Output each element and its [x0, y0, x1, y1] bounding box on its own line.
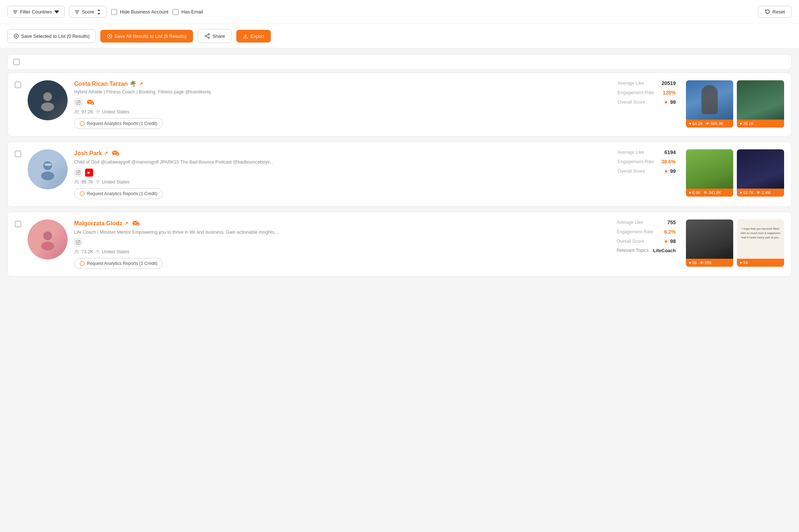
followers-row-tarzan: 97.2K United States: [74, 109, 607, 114]
request-report-button-malgo[interactable]: Request Analytics Reports (1 Credit): [74, 258, 163, 269]
hide-business-checkbox-label[interactable]: Hide Business Account: [111, 9, 168, 15]
has-email-checkbox-label[interactable]: Has Email: [173, 9, 203, 15]
star-icon-tarzan: ★: [664, 99, 668, 105]
share-button[interactable]: Share: [197, 29, 232, 43]
svg-point-21: [79, 101, 80, 101]
reset-button[interactable]: Reset: [758, 6, 792, 18]
request-label-malgo: Request Analytics Reports (1 Credit): [87, 261, 157, 266]
svg-point-25: [97, 111, 98, 112]
has-email-checkbox[interactable]: [173, 9, 178, 15]
followers-icon: [74, 109, 79, 114]
svg-point-30: [41, 172, 54, 180]
svg-rect-34: [76, 170, 80, 175]
influencer-card-tarzan: Costa Rican Tarzan 🌴 ↗ Hybrid Athlete | …: [7, 73, 792, 137]
checkbox-josh[interactable]: [15, 151, 21, 157]
stats-col-tarzan: Average Like 20519 Engagement Rate 128% …: [614, 80, 679, 105]
eng-rate-row-josh: Engagement Rate 38.6%: [618, 159, 676, 165]
followers-count-malgo: 73.2K: [81, 249, 93, 254]
heart-icon-2: ♥: [740, 121, 742, 126]
score-label-malgo: Overall Score: [617, 239, 644, 244]
views-stat-malgo-1: 👁 896: [700, 261, 711, 265]
hide-business-checkbox[interactable]: [111, 9, 117, 15]
score-row-tarzan: Overall Score ★ 99: [618, 99, 676, 105]
external-link-icon-josh: ↗: [104, 150, 108, 156]
bio-tarzan: Hybrid Athlete | Fitness Coach | Booking…: [74, 89, 607, 96]
checkbox-tarzan[interactable]: [15, 82, 21, 88]
card-info-tarzan: Costa Rican Tarzan 🌴 ↗ Hybrid Athlete | …: [74, 80, 607, 129]
instagram-icon-malgo[interactable]: [74, 238, 82, 246]
export-button[interactable]: Export: [236, 30, 271, 43]
views-stat-josh-1: 👁 341.6K: [703, 190, 721, 195]
post-image-tarzan-1[interactable]: ♥ 64.2K 👁 608.3K: [686, 80, 733, 128]
heart-icon-josh-1: ♥: [689, 190, 691, 195]
score-label-tarzan: Overall Score: [618, 100, 645, 105]
ig-svg-josh: [76, 170, 81, 175]
card-checkbox-malgo[interactable]: [15, 221, 21, 228]
card-checkbox-tarzan[interactable]: [15, 82, 21, 89]
score-button[interactable]: Score: [69, 6, 107, 18]
heart-icon: ♥: [689, 121, 691, 126]
instagram-icon-josh[interactable]: [74, 169, 82, 177]
followers-icon-malgo: [74, 249, 79, 254]
views-value-malgo-1: 896: [705, 261, 711, 265]
topics-value-malgo: LifeCoach: [653, 248, 676, 253]
eng-rate-label-josh: Engagement Rate: [618, 159, 654, 164]
post-image-josh-1[interactable]: ♥ 6.9K 👁 341.6K: [686, 149, 733, 197]
email-check-svg: [87, 98, 95, 106]
email-icon-tarzan: [87, 98, 95, 106]
save-selected-button[interactable]: Save Selected to List (0 Results): [7, 29, 96, 43]
filter-countries-button[interactable]: Filter Countries: [7, 6, 65, 18]
info-icon-malgo: [80, 261, 85, 266]
reset-label: Reset: [772, 9, 785, 15]
request-report-button-josh[interactable]: Request Analytics Reports (1 Credit): [74, 188, 163, 199]
views-value-josh-1: 341.6K: [708, 190, 721, 195]
post-image-malgo-2[interactable]: I hope that you become filled with so mu…: [737, 219, 784, 267]
card-checkbox-josh[interactable]: [15, 151, 21, 158]
followers-row-josh: 96.7K United States: [74, 180, 607, 185]
topics-label-malgo: Relevant Topics: [617, 248, 649, 253]
post-overlay-josh-1: ♥ 6.9K 👁 341.6K: [686, 189, 733, 197]
score-value-row-josh: ★ 99: [664, 168, 676, 174]
social-icons-josh: ▶: [74, 169, 607, 177]
email-icon-josh: [112, 149, 120, 157]
bio-josh: Child of God @callawaygolf @manorsgolf J…: [74, 159, 607, 166]
name-text-josh: Josh Park: [74, 150, 102, 157]
post-image-josh-2[interactable]: ♥ 62.7K 👁 2.4M: [737, 149, 784, 197]
chevron-down-icon: [54, 9, 59, 15]
filter-countries-label: Filter Countries: [20, 9, 52, 15]
post-overlay-tarzan-2: ♥ 35.1K: [737, 120, 784, 128]
post-image-tarzan-2[interactable]: ♥ 35.1K: [737, 80, 784, 128]
likes-value-josh-1: 6.9K: [692, 190, 701, 195]
save-all-icon: [107, 33, 112, 39]
influencer-name-malgo: Malgorzata Glodz ↗: [74, 219, 606, 227]
svg-point-20: [77, 101, 79, 103]
svg-point-24: [75, 110, 77, 112]
action-bar: Save Selected to List (0 Results) Save A…: [0, 24, 799, 48]
svg-point-38: [97, 181, 98, 182]
influencer-card-josh: Josh Park ↗ Child of God @callawaygolf @…: [7, 142, 792, 207]
request-report-button-tarzan[interactable]: Request Analytics Reports (1 Credit): [74, 118, 163, 129]
post-image-malgo-1[interactable]: ♥ 96 👁 896: [686, 219, 733, 267]
request-label-josh: Request Analytics Reports (1 Credit): [87, 191, 157, 196]
checkbox-malgo[interactable]: [15, 221, 21, 227]
svg-line-15: [206, 36, 208, 37]
post-overlay-malgo-1: ♥ 96 👁 896: [686, 259, 733, 267]
likes-stat-tarzan-1: ♥ 64.2K: [689, 121, 703, 126]
score-label: Score: [82, 9, 94, 15]
followers-count-tarzan: 97.2K: [81, 109, 93, 114]
location-icon-malgo: [96, 250, 100, 254]
score-value-malgo: 98: [670, 238, 676, 244]
influencer-card-malgo: Malgorzata Glodz ↗ Life Coach / Mindset …: [7, 212, 792, 277]
svg-point-50: [97, 251, 98, 252]
social-icons-malgo: [74, 238, 606, 246]
youtube-icon-josh[interactable]: ▶: [85, 169, 93, 177]
ig-svg: [76, 100, 81, 105]
svg-point-37: [75, 180, 77, 182]
save-all-button[interactable]: Save All Results to List (6 Results): [100, 30, 193, 43]
eng-rate-label: Engagement Rate: [618, 90, 654, 95]
influencer-name-tarzan: Costa Rican Tarzan 🌴 ↗: [74, 80, 607, 87]
instagram-icon-tarzan[interactable]: [74, 98, 82, 106]
eng-rate-label-malgo: Engagement Rate: [617, 229, 653, 234]
share-label: Share: [212, 33, 225, 39]
select-all-checkbox[interactable]: [13, 59, 20, 65]
